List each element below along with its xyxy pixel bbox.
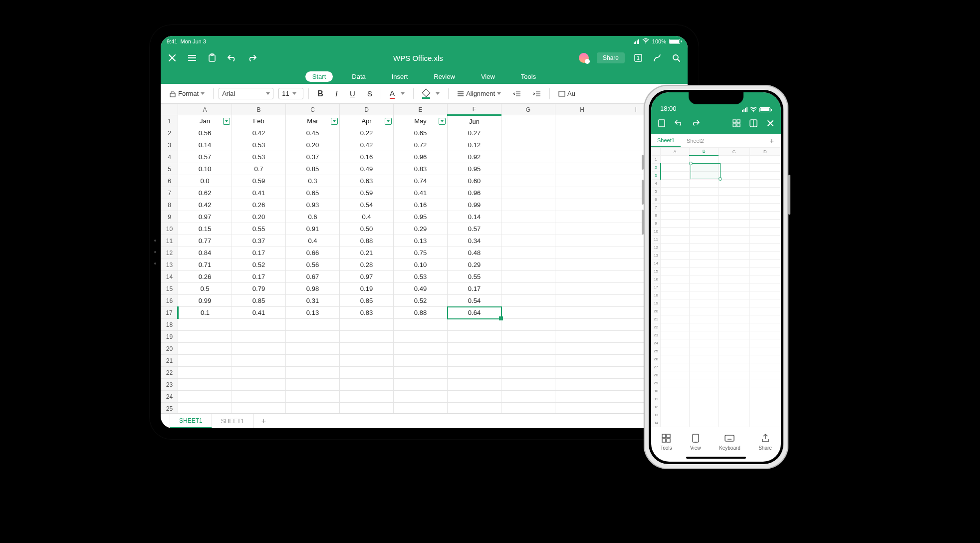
cell[interactable]: 0.85	[340, 295, 394, 307]
cell[interactable]	[749, 228, 780, 236]
cell[interactable]	[661, 403, 690, 411]
cell[interactable]: 0.3	[286, 175, 340, 187]
cell[interactable]	[178, 379, 232, 391]
cell[interactable]	[448, 367, 501, 379]
undo-button[interactable]	[674, 119, 683, 130]
cell[interactable]	[749, 283, 780, 291]
cell[interactable]: 0.37	[232, 235, 286, 247]
cell[interactable]	[661, 419, 690, 427]
row-header[interactable]: 5	[161, 163, 178, 175]
row-header[interactable]: 24	[161, 391, 178, 403]
cell[interactable]: 0.45	[286, 127, 340, 139]
cell[interactable]: 0.79	[232, 283, 286, 295]
cell[interactable]: 0.88	[340, 235, 394, 247]
cell[interactable]	[749, 220, 780, 228]
cell[interactable]	[719, 411, 749, 419]
cell[interactable]	[690, 180, 719, 188]
phone-doc-button[interactable]	[657, 119, 666, 130]
cell[interactable]	[232, 403, 286, 414]
cell[interactable]	[340, 379, 394, 391]
cell[interactable]	[394, 391, 448, 403]
row-header[interactable]: 15	[161, 283, 178, 295]
cell[interactable]: 0.63	[340, 175, 394, 187]
cell[interactable]: 0.84	[178, 247, 232, 259]
row-header[interactable]: 24	[652, 339, 661, 347]
cell[interactable]	[232, 343, 286, 355]
cell[interactable]	[749, 379, 780, 387]
row-header[interactable]: 10	[161, 223, 178, 235]
cell[interactable]: 0.95	[394, 211, 448, 223]
cell[interactable]	[749, 403, 780, 411]
cell[interactable]	[394, 343, 448, 355]
cell[interactable]	[340, 331, 394, 343]
cell[interactable]	[719, 347, 749, 355]
cell[interactable]: 0.72	[394, 139, 448, 151]
cell[interactable]	[661, 283, 690, 291]
cell[interactable]	[232, 319, 286, 331]
cell[interactable]	[749, 299, 780, 307]
cell[interactable]	[690, 387, 719, 395]
bottom-keyboard-button[interactable]: Keyboard	[719, 433, 740, 451]
col-header[interactable]: B	[232, 104, 286, 115]
sheet-tab[interactable]: SHEET1	[170, 414, 212, 428]
row-header[interactable]: 30	[652, 387, 661, 395]
cell[interactable]: 0.22	[340, 127, 394, 139]
cell[interactable]	[749, 331, 780, 339]
cell[interactable]	[719, 204, 749, 212]
cell[interactable]	[661, 228, 690, 236]
cell[interactable]	[719, 188, 749, 196]
cell[interactable]: 0.88	[394, 307, 448, 319]
cell[interactable]	[448, 355, 501, 367]
row-header[interactable]: 6	[161, 175, 178, 187]
alignment-dropdown[interactable]: Alignment	[454, 88, 504, 99]
cell[interactable]	[690, 196, 719, 204]
cell[interactable]	[661, 236, 690, 244]
row-header[interactable]: 8	[652, 212, 661, 220]
cell[interactable]	[555, 391, 609, 403]
cell[interactable]	[501, 151, 555, 163]
cell[interactable]: 0.41	[232, 307, 286, 319]
cell[interactable]	[501, 199, 555, 211]
cell[interactable]	[232, 367, 286, 379]
row-header[interactable]: 9	[652, 220, 661, 228]
cell[interactable]	[501, 295, 555, 307]
cell[interactable]: 0.99	[178, 295, 232, 307]
cell[interactable]: 0.64	[448, 307, 501, 319]
cell[interactable]: 0.7	[232, 163, 286, 175]
font-color-button[interactable]: A	[386, 87, 408, 101]
filter-icon[interactable]	[223, 118, 230, 125]
row-header[interactable]: 13	[161, 259, 178, 271]
cell[interactable]	[501, 307, 555, 319]
cell[interactable]	[749, 188, 780, 196]
cell[interactable]: Jun	[448, 115, 501, 127]
cell[interactable]: 0.55	[448, 271, 501, 283]
cell[interactable]	[555, 247, 609, 259]
cell[interactable]	[394, 403, 448, 414]
cell[interactable]	[719, 403, 749, 411]
cell[interactable]	[719, 299, 749, 307]
cell[interactable]	[555, 295, 609, 307]
add-sheet-button[interactable]: +	[253, 414, 273, 428]
cell[interactable]	[719, 244, 749, 252]
cell[interactable]	[719, 371, 749, 379]
cell[interactable]	[719, 228, 749, 236]
cell[interactable]	[661, 371, 690, 379]
row-header[interactable]: 11	[161, 235, 178, 247]
cell[interactable]	[448, 379, 501, 391]
cell[interactable]	[719, 164, 749, 172]
cell[interactable]	[448, 319, 501, 331]
cell[interactable]: 0.67	[286, 271, 340, 283]
row-header[interactable]: 18	[161, 319, 178, 331]
cell[interactable]	[690, 291, 719, 299]
layout-button[interactable]	[749, 119, 758, 130]
row-header[interactable]: 15	[652, 268, 661, 275]
cell[interactable]	[232, 331, 286, 343]
sheet-tab[interactable]: Sheet2	[681, 134, 710, 147]
row-header[interactable]: 22	[652, 323, 661, 331]
grid-view-button[interactable]	[732, 119, 741, 130]
cell[interactable]	[286, 403, 340, 414]
cell[interactable]	[690, 283, 719, 291]
cell[interactable]: Jan	[178, 115, 232, 127]
cell[interactable]	[394, 367, 448, 379]
cell[interactable]	[555, 199, 609, 211]
